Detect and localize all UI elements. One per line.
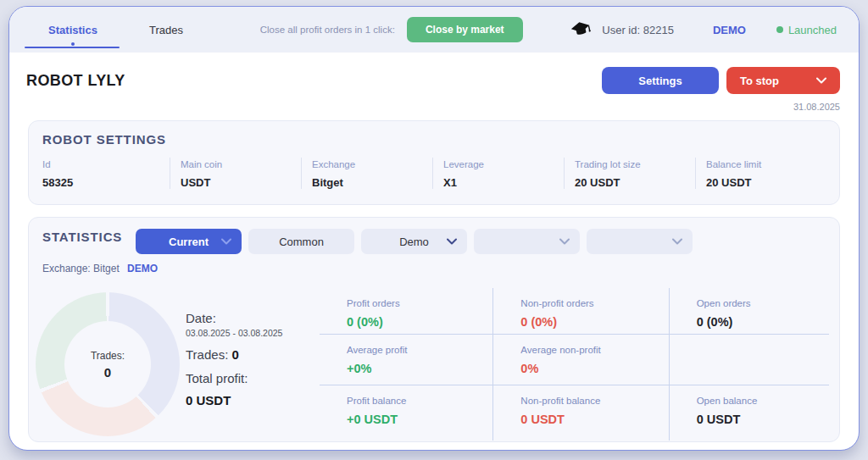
settings-field-value: 58325 <box>42 176 170 189</box>
statistics-panel: STATISTICS CurrentCommonDemo Exchange: B… <box>28 217 840 442</box>
chevron-down-icon <box>816 77 826 84</box>
exchange-line: Exchange: Bitget DEMO <box>42 263 839 274</box>
statistics-filters: CurrentCommonDemo <box>136 229 693 254</box>
settings-field-value: 20 USDT <box>575 176 695 189</box>
filter-common[interactable]: Common <box>248 229 354 254</box>
summary-date-label: Date: <box>186 311 313 325</box>
filter-label: Demo <box>399 236 429 248</box>
metric-profit-orders: Profit orders0 (0%) <box>320 288 492 335</box>
metric-open-balance: Open balance0 USDT <box>669 385 829 441</box>
title-actions: Settings To stop <box>602 67 840 94</box>
metrics-grid: Profit orders0 (0%)Non-profit orders0 (0… <box>320 288 829 441</box>
settings-field-value: Bitget <box>312 176 432 189</box>
metric-profit-balance: Profit balance+0 USDT <box>320 385 492 441</box>
close-hint-label: Close all profit orders in 1 click: <box>260 25 395 35</box>
close-orders-group: Close all profit orders in 1 click: Clos… <box>260 17 523 42</box>
metric-value: 0 (0%) <box>697 315 829 329</box>
filter-label: Current <box>169 236 209 248</box>
tab-statistics-label: Statistics <box>48 24 97 36</box>
user-group: User id: 82215 DEMO Launched <box>570 20 837 39</box>
metric-value: 0 USDT <box>697 413 829 426</box>
metric-average-non-profit: Average non-profit0% <box>492 335 668 385</box>
settings-field-balance-limit: Balance limit20 USDT <box>695 158 839 189</box>
settings-field-label: Id <box>42 159 170 169</box>
summary-trades-label: Trades: <box>186 347 228 362</box>
demo-badge: DEMO <box>713 24 746 36</box>
metric-non-profit-orders: Non-profit orders0 (0%) <box>492 288 668 335</box>
summary-total-profit-value: 0 USDT <box>186 393 313 407</box>
top-nav: Statistics Trades Close all profit order… <box>9 7 859 53</box>
settings-field-label: Leverage <box>443 159 564 169</box>
settings-field-value: USDT <box>181 176 301 189</box>
summary-trades-value: 0 <box>231 347 238 362</box>
settings-field-label: Exchange <box>312 159 432 169</box>
exchange-label: Exchange: Bitget <box>42 263 120 274</box>
graduation-cap-icon <box>570 20 592 39</box>
donut-center: Trades: 0 <box>64 321 151 407</box>
current-date: 31.08.2025 <box>28 102 840 113</box>
settings-button[interactable]: Settings <box>602 67 719 94</box>
active-tab-dot <box>71 42 75 46</box>
robot-settings-fields: Id58325Main coinUSDTExchangeBitgetLevera… <box>42 158 839 189</box>
filter-label: Common <box>279 236 324 248</box>
robot-dashboard-card: Statistics Trades Close all profit order… <box>8 6 860 451</box>
tab-trades[interactable]: Trades <box>120 7 213 53</box>
settings-field-label: Main coin <box>181 159 301 169</box>
tab-statistics[interactable]: Statistics <box>26 7 120 53</box>
title-row: ROBOT LYLY Settings To stop <box>28 67 840 94</box>
filter-demo[interactable]: Demo <box>361 229 467 254</box>
metric-value: 0 (0%) <box>520 315 668 329</box>
metric-label: Open orders <box>697 298 829 308</box>
metric-empty <box>669 335 829 385</box>
settings-field-leverage: LeverageX1 <box>432 158 564 189</box>
tab-trades-label: Trades <box>149 24 183 36</box>
summary-date-range: 03.08.2025 - 03.08.2025 <box>186 328 313 338</box>
status-dot-icon <box>776 26 783 33</box>
donut-center-label: Trades: <box>91 350 125 362</box>
metric-value: 0 (0%) <box>347 315 492 329</box>
settings-field-label: Trading lot size <box>575 159 695 169</box>
summary-trades: Trades: 0 <box>186 347 313 362</box>
status-label: Launched <box>788 24 837 36</box>
trades-donut-chart: Trades: 0 <box>36 292 180 436</box>
active-tab-underline <box>25 47 120 48</box>
donut-center-value: 0 <box>104 365 111 380</box>
page-title: ROBOT LYLY <box>26 72 125 90</box>
robot-settings-panel: ROBOT SETTINGS Id58325Main coinUSDTExcha… <box>28 120 840 205</box>
metric-label: Open balance <box>697 396 829 406</box>
filter-dropdown-empty-4[interactable] <box>587 229 693 254</box>
settings-field-exchange: ExchangeBitget <box>301 158 432 189</box>
metric-value: 0 USDT <box>520 413 668 426</box>
close-by-market-button[interactable]: Close by market <box>407 17 523 42</box>
robot-settings-title: ROBOT SETTINGS <box>42 132 839 147</box>
settings-field-label: Balance limit <box>706 159 839 169</box>
exchange-demo-badge[interactable]: DEMO <box>127 263 158 274</box>
user-id-label: User id: 82215 <box>602 24 674 36</box>
metric-label: Non-profit balance <box>520 396 668 406</box>
period-summary: Date: 03.08.2025 - 03.08.2025 Trades: 0 … <box>186 311 313 407</box>
settings-field-trading-lot-size: Trading lot size20 USDT <box>564 158 695 189</box>
status-indicator: Launched <box>776 24 837 36</box>
metric-label: Non-profit orders <box>520 298 668 308</box>
settings-field-id: Id58325 <box>42 158 170 189</box>
settings-field-value: 20 USDT <box>706 176 839 189</box>
metric-value: +0% <box>347 362 492 375</box>
to-stop-label: To stop <box>740 75 779 87</box>
summary-total-profit-label: Total profit: <box>186 371 313 385</box>
filter-current[interactable]: Current <box>136 229 242 254</box>
to-stop-button[interactable]: To stop <box>726 67 840 94</box>
metric-label: Average profit <box>347 345 492 355</box>
metric-label: Profit balance <box>347 396 492 406</box>
metric-non-profit-balance: Non-profit balance0 USDT <box>492 385 668 441</box>
metric-value: +0 USDT <box>347 413 492 426</box>
metric-average-profit: Average profit+0% <box>320 335 492 385</box>
settings-field-value: X1 <box>443 176 564 189</box>
metric-label: Average non-profit <box>520 345 668 355</box>
filter-dropdown-empty-3[interactable] <box>474 229 580 254</box>
metric-value: 0% <box>520 362 668 375</box>
metric-open-orders: Open orders0 (0%) <box>669 288 829 335</box>
main-content: ROBOT LYLY Settings To stop 31.08.2025 R… <box>9 67 859 442</box>
settings-field-main-coin: Main coinUSDT <box>170 158 301 189</box>
metric-label: Profit orders <box>347 298 492 308</box>
